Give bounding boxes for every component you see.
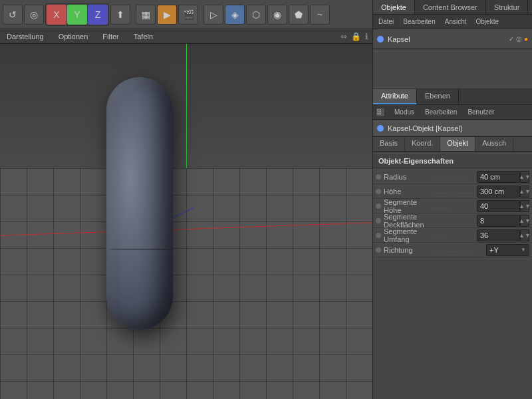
prop-row-richtung: Richtung ............ +Y ▼ bbox=[373, 243, 532, 257]
tab-objekte[interactable]: Objekte bbox=[373, 0, 415, 14]
toolbar-move-icon[interactable]: ⬆ bbox=[110, 5, 130, 25]
prop-dots-radius: ............ bbox=[430, 174, 477, 180]
prop-label-seg-umfang: Segmente Umfang bbox=[384, 227, 430, 243]
prop-dots-hoehe: ............... bbox=[430, 188, 477, 195]
object-dot3-icon: ● bbox=[524, 35, 528, 43]
prop-label-hoehe: Höhe bbox=[384, 188, 430, 196]
menu-darstellung[interactable]: Darstellung bbox=[4, 31, 47, 42]
menu-filter[interactable]: Filter bbox=[100, 31, 121, 42]
prop-arrow-seg-deck[interactable]: ▲▼ bbox=[520, 215, 529, 227]
toolbar-play-icon[interactable]: ▶ bbox=[157, 5, 177, 25]
tab-content-browser[interactable]: Content Browser bbox=[415, 0, 486, 14]
prop-dot-richtung[interactable] bbox=[376, 247, 381, 253]
rtb-ansicht[interactable]: Ansicht bbox=[442, 17, 469, 27]
prop-arrow-seg-hoehe[interactable]: ▲▼ bbox=[520, 200, 529, 212]
viewport-info-icon: ℹ bbox=[365, 32, 368, 41]
prop-select-richtung[interactable]: +Y ▼ bbox=[486, 244, 529, 256]
sub-tab-koord[interactable]: Koord. bbox=[405, 137, 440, 151]
prop-row-seg-umfang: Segmente Umfang ..... 36 ▲▼ bbox=[373, 228, 532, 243]
rtb-objekte[interactable]: Objekte bbox=[473, 17, 501, 27]
prop-dot-hoehe[interactable] bbox=[376, 189, 381, 194]
attr-tabs: Attribute Ebenen bbox=[373, 89, 532, 105]
obj-header-icon bbox=[377, 125, 384, 132]
obj-header-label: Kapsel-Objekt [Kapsel] bbox=[388, 124, 462, 132]
prop-dots-seg-hoehe: ....... bbox=[430, 203, 477, 209]
object-dot-icon bbox=[377, 36, 384, 43]
prop-value-seg-deck[interactable]: 8 bbox=[477, 215, 520, 227]
sub-tab-aussch[interactable]: Aussch bbox=[475, 137, 513, 151]
prop-label-richtung: Richtung bbox=[384, 246, 435, 254]
toolbar-obj3-icon[interactable]: ⬡ bbox=[246, 5, 266, 25]
prop-label-radius: Radius bbox=[384, 173, 430, 181]
tab-struktur[interactable]: Struktur bbox=[486, 0, 529, 14]
toolbar-wave-icon[interactable]: ~ bbox=[310, 5, 330, 25]
prop-dot-radius[interactable] bbox=[376, 174, 381, 180]
prop-dots-richtung: ............ bbox=[435, 247, 486, 253]
object-list-area bbox=[373, 49, 532, 89]
sub-tabs: Basis Koord. Objekt Aussch bbox=[373, 137, 532, 152]
toolbar-x-icon[interactable]: X bbox=[47, 5, 66, 25]
prop-arrow-seg-umfang[interactable]: ▲▼ bbox=[520, 229, 529, 241]
sub-tab-basis[interactable]: Basis bbox=[373, 137, 405, 151]
prop-value-seg-umfang[interactable]: 36 bbox=[477, 229, 520, 241]
attr-drag-icon: ⠿ bbox=[376, 108, 385, 117]
prop-dot-seg-hoehe[interactable] bbox=[376, 203, 381, 209]
right-panel-toolbar: Datei Bearbeiten Ansicht Objekte bbox=[373, 15, 532, 29]
prop-row-hoehe: Höhe ............... 300 cm ▲▼ bbox=[373, 184, 532, 199]
attr-toolbar: ⠿ Modus Bearbeiten Benutzer bbox=[373, 105, 532, 120]
toolbar-undo-icon[interactable]: ↺ bbox=[3, 5, 23, 25]
toolbar-z-icon[interactable]: Z bbox=[88, 5, 108, 25]
prop-label-seg-hoehe: Segmente Höhe bbox=[384, 198, 430, 214]
object-list-item[interactable]: Kapsel ✓ ◎ ● bbox=[373, 29, 532, 49]
sub-tab-objekt[interactable]: Objekt bbox=[440, 137, 475, 151]
attr-modus[interactable]: Modus bbox=[392, 107, 417, 117]
attr-bearbeiten[interactable]: Bearbeiten bbox=[422, 107, 460, 117]
prop-value-hoehe[interactable]: 300 cm bbox=[477, 186, 520, 198]
prop-dots-seg-umfang: ..... bbox=[430, 232, 477, 239]
rtb-datei[interactable]: Datei bbox=[376, 17, 396, 27]
prop-dot-seg-umfang[interactable] bbox=[376, 233, 381, 238]
object-name: Kapsel bbox=[388, 35, 410, 43]
prop-value-radius[interactable]: 40 cm bbox=[477, 171, 520, 183]
toolbar-obj4-icon[interactable]: ◉ bbox=[267, 5, 287, 25]
prop-dot-seg-deck[interactable] bbox=[376, 218, 381, 223]
prop-arrow-radius[interactable]: ▲▼ bbox=[520, 171, 529, 183]
viewport-lock-icon: 🔒 bbox=[351, 32, 361, 41]
prop-row-radius: Radius ............ 40 cm ▲▼ bbox=[373, 170, 532, 184]
viewport-nav-icon: ⇔ bbox=[340, 32, 347, 41]
toolbar-film-icon[interactable]: 🎬 bbox=[178, 5, 198, 25]
prop-row-seg-hoehe: Segmente Höhe ....... 40 ▲▼ bbox=[373, 199, 532, 213]
capsule-object bbox=[106, 77, 173, 330]
viewport-grid bbox=[0, 168, 372, 399]
right-panel-tabs: Objekte Content Browser Struktur bbox=[373, 0, 532, 15]
properties-section: Objekt-Eigenschaften Radius ............… bbox=[373, 152, 532, 260]
toolbar-obj5-icon[interactable]: ⬟ bbox=[289, 5, 309, 25]
right-panel: Objekte Content Browser Struktur Datei B… bbox=[372, 0, 532, 399]
object-check-icon[interactable]: ✓ bbox=[509, 35, 514, 43]
attr-benutzer[interactable]: Benutzer bbox=[465, 107, 497, 117]
object-dot2-icon[interactable]: ◎ bbox=[516, 35, 522, 43]
rtb-bearbeiten[interactable]: Bearbeiten bbox=[400, 17, 438, 27]
toolbar-circle-icon[interactable]: ◎ bbox=[24, 5, 44, 25]
prop-section-header: Objekt-Eigenschaften bbox=[373, 154, 532, 168]
toolbar-obj2-icon[interactable]: ◈ bbox=[225, 5, 245, 25]
menu-tafeln[interactable]: Tafeln bbox=[131, 31, 156, 42]
tab-ebenen[interactable]: Ebenen bbox=[417, 89, 459, 104]
menu-optionen[interactable]: Optionen bbox=[56, 31, 91, 42]
grid-lines bbox=[0, 168, 372, 399]
object-header: Kapsel-Objekt [Kapsel] bbox=[373, 120, 532, 137]
toolbar-y-icon[interactable]: Y bbox=[67, 5, 87, 25]
prop-value-seg-hoehe[interactable]: 40 bbox=[477, 200, 520, 212]
toolbar-grid-icon[interactable]: ▦ bbox=[136, 5, 156, 25]
viewport bbox=[0, 44, 372, 399]
toolbar-xyz-group: X Y Z bbox=[45, 3, 109, 26]
prop-arrow-hoehe[interactable]: ▲▼ bbox=[520, 186, 529, 198]
axis-y bbox=[186, 44, 187, 168]
prop-label-seg-deck: Segmente Deckflächen bbox=[384, 213, 430, 229]
capsule-container bbox=[103, 64, 176, 343]
menu-bar: Darstellung Optionen Filter Tafeln ⇔ 🔒 ℹ bbox=[0, 29, 372, 44]
toolbar-obj1-icon[interactable]: ▷ bbox=[203, 5, 223, 25]
tab-attribute[interactable]: Attribute bbox=[373, 89, 417, 104]
prop-row-seg-deck: Segmente Deckflächen 8 ▲▼ bbox=[373, 213, 532, 228]
